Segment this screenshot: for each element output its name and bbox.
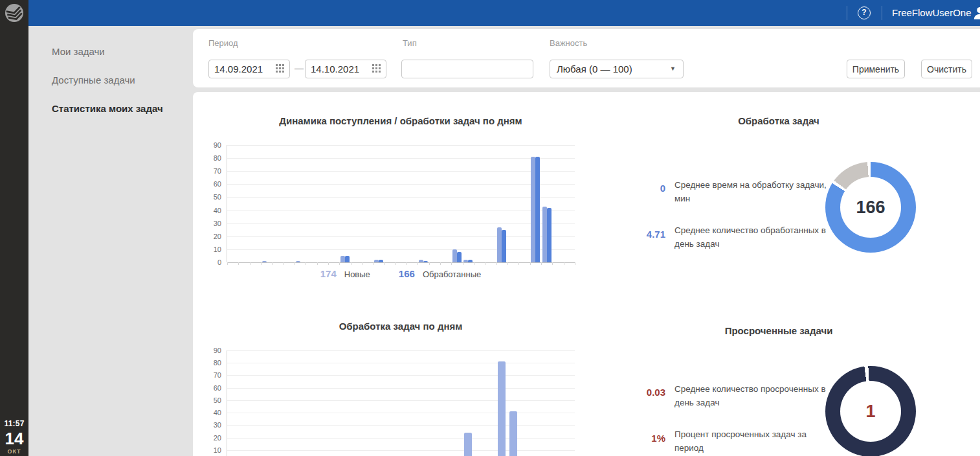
type-input[interactable] bbox=[401, 60, 533, 78]
sidebar-item-available-tasks[interactable]: Доступные задачи bbox=[28, 66, 193, 95]
y-tick-label: 50 bbox=[214, 396, 221, 404]
type-label: Тип bbox=[403, 38, 417, 48]
gridline bbox=[227, 375, 575, 376]
x-tick bbox=[395, 262, 396, 265]
gridline bbox=[227, 211, 575, 211]
stat-label: Процент просроченных задач за период bbox=[674, 428, 831, 455]
x-tick bbox=[440, 262, 441, 265]
calendar-icon[interactable] bbox=[372, 64, 381, 73]
x-tick bbox=[295, 262, 295, 265]
y-tick-label: 30 bbox=[214, 421, 221, 429]
user-avatar-icon[interactable] bbox=[972, 5, 980, 21]
donut-chart-processed: 166 bbox=[825, 162, 916, 253]
x-tick bbox=[362, 262, 362, 265]
clear-button[interactable]: Очистить bbox=[921, 60, 972, 78]
bar-Новые bbox=[497, 227, 502, 262]
y-tick-label: 40 bbox=[214, 409, 221, 416]
x-tick bbox=[227, 262, 228, 265]
importance-select[interactable]: Любая (0 — 100) ▼ bbox=[550, 60, 684, 78]
x-tick bbox=[429, 262, 430, 265]
gridline bbox=[227, 249, 575, 250]
chart-title-processing: Обработка задач bbox=[607, 115, 950, 126]
donut-center-value: 1 bbox=[825, 366, 916, 456]
x-tick bbox=[384, 262, 385, 265]
y-tick-label: 70 bbox=[214, 371, 221, 379]
chart-title-processing-by-day: Обработка задач по дням bbox=[227, 321, 575, 332]
legend-value: 174 bbox=[320, 268, 337, 279]
gridline bbox=[227, 223, 575, 224]
sidebar-nav: Мои задачи Доступные задачи Статистика м… bbox=[28, 38, 193, 123]
stat-label: Среднее количество обработанных в день з… bbox=[674, 224, 831, 251]
stat-label: Среднее время на обработку задачи, мин bbox=[674, 179, 831, 206]
x-tick bbox=[351, 262, 351, 265]
x-tick bbox=[250, 262, 251, 265]
legend-item-new[interactable]: 174 Новые bbox=[320, 268, 370, 279]
x-tick bbox=[518, 262, 519, 265]
stat-value: 1% bbox=[607, 433, 665, 444]
y-tick-label: 60 bbox=[214, 384, 221, 392]
gridline bbox=[227, 450, 575, 451]
y-tick-label: 30 bbox=[214, 220, 221, 227]
x-tick bbox=[272, 262, 273, 265]
y-tick-label: 80 bbox=[214, 154, 221, 162]
sidebar-item-my-tasks[interactable]: Мои задачи bbox=[28, 38, 193, 66]
bar-Новые bbox=[419, 260, 423, 262]
bar-Новые bbox=[296, 261, 300, 262]
gridline bbox=[227, 197, 575, 198]
bar-Новые bbox=[374, 260, 379, 262]
y-tick-label: 60 bbox=[214, 180, 221, 188]
gridline bbox=[227, 350, 575, 351]
y-tick-label: 40 bbox=[214, 207, 221, 214]
y-tick-label: 10 bbox=[214, 446, 221, 454]
bar-Новые bbox=[531, 157, 535, 262]
x-tick bbox=[261, 262, 262, 265]
bar-Обработанные bbox=[464, 433, 472, 456]
clock-time: 11:57 bbox=[0, 419, 28, 428]
apply-button[interactable]: Применить bbox=[847, 60, 905, 78]
clock-month: окт bbox=[0, 448, 28, 456]
donut-chart-overdue: 1 bbox=[825, 366, 916, 456]
help-icon[interactable]: ? bbox=[858, 6, 871, 19]
bank-logo-icon[interactable] bbox=[5, 3, 24, 23]
bar-Новые bbox=[340, 256, 345, 262]
x-tick bbox=[328, 262, 329, 265]
y-tick-label: 10 bbox=[214, 245, 221, 253]
sidebar-item-my-stats[interactable]: Статистика моих задач bbox=[28, 95, 193, 123]
calendar-icon[interactable] bbox=[276, 64, 285, 73]
gridline bbox=[227, 171, 575, 172]
x-tick bbox=[530, 262, 531, 265]
x-tick bbox=[474, 262, 474, 265]
user-name[interactable]: FreeFlowUserOne bbox=[892, 7, 972, 18]
gridline bbox=[227, 158, 575, 159]
bar-Обработанные bbox=[379, 260, 383, 262]
bar-Обработанные bbox=[345, 256, 350, 262]
bar-Обработанные bbox=[502, 230, 506, 262]
x-tick bbox=[564, 262, 564, 265]
y-tick-label: 20 bbox=[214, 434, 221, 442]
x-tick bbox=[373, 262, 373, 265]
importance-label: Важность bbox=[550, 38, 587, 48]
gridline bbox=[227, 262, 575, 263]
gridline bbox=[227, 363, 575, 363]
x-tick bbox=[507, 262, 508, 265]
x-tick bbox=[339, 262, 340, 265]
x-tick bbox=[541, 262, 542, 265]
bar-Обработанные bbox=[498, 361, 506, 456]
legend-label: Новые bbox=[344, 269, 370, 279]
bar-Обработанные bbox=[457, 252, 462, 262]
left-rail: 11:57 14 окт bbox=[0, 0, 28, 456]
bar-Новые bbox=[463, 260, 468, 262]
gridline bbox=[227, 438, 575, 439]
chevron-down-icon: ▼ bbox=[670, 60, 676, 78]
legend-label: Обработанные bbox=[423, 269, 481, 279]
legend-item-processed[interactable]: 166 Обработанные bbox=[399, 268, 481, 279]
dashboard-panel: Динамика поступления / обработки задач п… bbox=[193, 92, 980, 456]
legend-value: 166 bbox=[399, 268, 415, 279]
gridline bbox=[227, 413, 575, 413]
x-tick bbox=[451, 262, 452, 265]
x-tick bbox=[485, 262, 485, 265]
x-tick bbox=[406, 262, 407, 265]
donut-center-value: 166 bbox=[825, 162, 916, 253]
bar-Обработанные bbox=[547, 208, 551, 262]
chart-title-dynamics: Динамика поступления / обработки задач п… bbox=[227, 115, 575, 126]
